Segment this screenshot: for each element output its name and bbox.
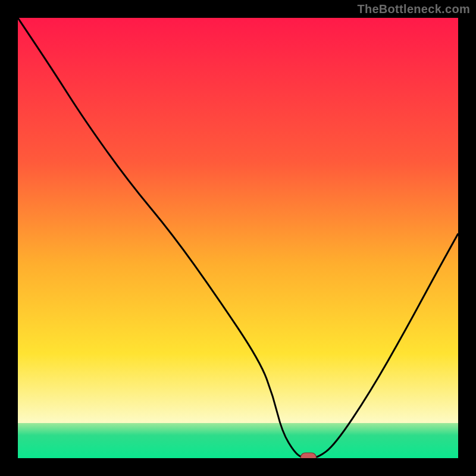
curve-layer [18,18,458,458]
chart-frame: TheBottleneck.com [0,0,476,476]
bottleneck-curve-path [18,18,458,458]
optimum-marker [300,453,316,458]
watermark-text: TheBottleneck.com [357,2,470,16]
plot-area [18,18,458,458]
